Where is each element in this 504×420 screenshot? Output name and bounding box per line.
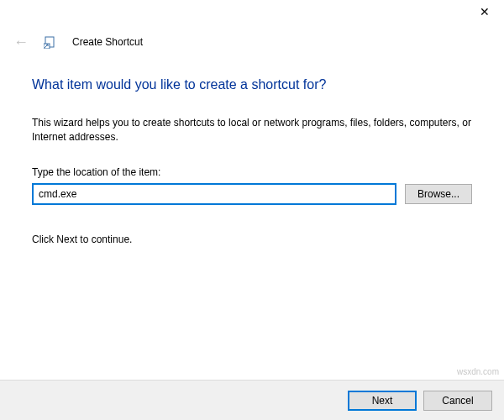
- wizard-content: What item would you like to create a sho…: [0, 52, 504, 245]
- location-row: Browse...: [32, 183, 472, 205]
- close-button[interactable]: ✕: [465, 0, 504, 24]
- close-icon: ✕: [480, 5, 490, 18]
- cancel-button[interactable]: Cancel: [423, 391, 492, 411]
- page-description: This wizard helps you to create shortcut…: [32, 116, 472, 144]
- next-button[interactable]: Next: [348, 391, 417, 411]
- location-label: Type the location of the item:: [32, 166, 472, 178]
- page-heading: What item would you like to create a sho…: [32, 77, 472, 92]
- wizard-footer: Next Cancel: [0, 380, 504, 420]
- wizard-title: Create Shortcut: [72, 36, 143, 48]
- location-input[interactable]: [32, 183, 396, 205]
- back-arrow-icon[interactable]: ←: [13, 34, 29, 50]
- watermark: wsxdn.com: [457, 367, 499, 376]
- wizard-header: ← Create Shortcut: [0, 27, 504, 52]
- browse-button[interactable]: Browse...: [405, 184, 472, 204]
- shortcut-icon: [44, 35, 57, 49]
- titlebar: ✕: [0, 0, 504, 27]
- continue-instruction: Click Next to continue.: [32, 234, 472, 245]
